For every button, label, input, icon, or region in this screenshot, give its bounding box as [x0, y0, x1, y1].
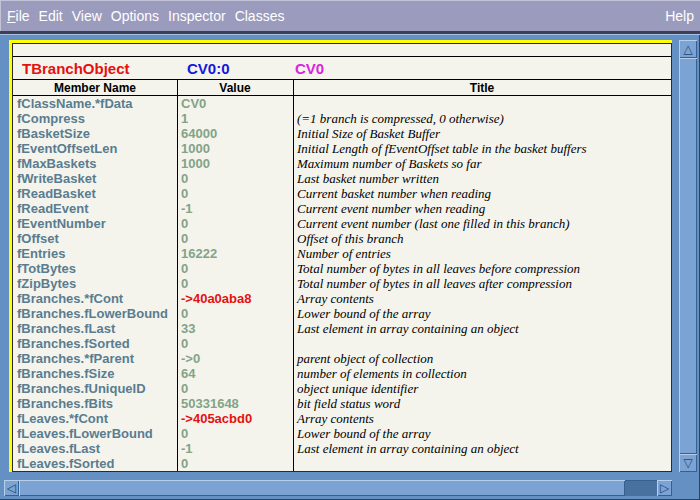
table-border	[13, 56, 671, 57]
table-row[interactable]: fBasketSize64000Initial Size of Basket B…	[13, 126, 671, 141]
title-cell: number of elements in collection	[297, 366, 467, 381]
vertical-scrollbar[interactable]: △ ▽	[679, 40, 697, 472]
title-cell: Initial Length of fEventOffset table in …	[297, 141, 587, 156]
table-row[interactable]: fReadBasket0Current basket number when r…	[13, 186, 671, 201]
menu-item-view[interactable]: View	[72, 8, 102, 24]
menubar: FileEditViewOptionsInspectorClasses Help	[0, 0, 700, 31]
member-name-cell: fEventOffsetLen	[17, 141, 117, 156]
table-row[interactable]: fMaxBaskets1000Maximum number of Baskets…	[13, 156, 671, 171]
title-cell: Last basket number written	[297, 171, 439, 186]
value-cell: 1	[181, 111, 188, 126]
table-row[interactable]: fBranches.fUniqueID0object unique identi…	[13, 381, 671, 396]
table-row[interactable]: fWriteBasket0Last basket number written	[13, 171, 671, 186]
table-row[interactable]: fBranches.*fParent->0parent object of co…	[13, 351, 671, 366]
value-cell: 64	[181, 366, 195, 381]
value-cell: 0	[181, 381, 188, 396]
scroll-down-button[interactable]: ▽	[679, 454, 697, 472]
column-header-value: Value	[177, 81, 293, 95]
object-header: TBranchObject CV0:0 CV0	[13, 58, 671, 79]
member-name-cell: fWriteBasket	[17, 171, 96, 186]
member-name-cell: fBranches.fBits	[17, 396, 113, 411]
member-name-cell: fReadBasket	[17, 186, 96, 201]
table-row[interactable]: fEntries16222Number of entries	[13, 246, 671, 261]
table-row[interactable]: fOffset0Offset of this branch	[13, 231, 671, 246]
value-cell: 1000	[181, 156, 210, 171]
member-name-cell: fLeaves.*fCont	[17, 411, 108, 426]
menu-item-edit[interactable]: Edit	[39, 8, 63, 24]
value-cell: 0	[181, 171, 188, 186]
vertical-scrollbar-thumb[interactable]	[679, 58, 697, 454]
table-row[interactable]: fLeaves.fLowerBound0Lower bound of the a…	[13, 426, 671, 441]
value-cell: 0	[181, 336, 188, 351]
class-name: TBranchObject	[22, 60, 130, 77]
title-cell: Initial Size of Basket Buffer	[297, 126, 440, 141]
value-cell: 0	[181, 276, 188, 291]
title-cell: Array contents	[297, 411, 374, 426]
member-name-cell: fOffset	[17, 231, 59, 246]
member-name-cell: fTotBytes	[17, 261, 76, 276]
member-name-cell: fLeaves.fSorted	[17, 456, 115, 471]
down-arrow-icon: ▽	[683, 457, 692, 469]
horizontal-scrollbar-thumb[interactable]	[19, 480, 625, 496]
scroll-left-button[interactable]: ◁	[4, 480, 19, 496]
table-row[interactable]: fZipBytes0Total number of bytes in all l…	[13, 276, 671, 291]
member-name-cell: fBranches.fUniqueID	[17, 381, 146, 396]
object-title: CV0	[295, 60, 324, 77]
value-cell: 64000	[181, 126, 217, 141]
member-name-cell: fLeaves.fLowerBound	[17, 426, 153, 441]
member-name-cell: fLeaves.fLast	[17, 441, 100, 456]
value-cell: 50331648	[181, 396, 239, 411]
table-row[interactable]: fLeaves.fLast-1Last element in array con…	[13, 441, 671, 456]
table-row[interactable]: fTotBytes0Total number of bytes in all l…	[13, 261, 671, 276]
title-cell: Maximum number of Baskets so far	[297, 156, 482, 171]
table-row[interactable]: fLeaves.fSorted0	[13, 456, 671, 471]
title-cell: Last element in array containing an obje…	[297, 441, 519, 456]
title-cell: Offset of this branch	[297, 231, 404, 246]
member-name-cell: fBranches.fLowerBound	[17, 306, 168, 321]
member-name-cell: fBranches.fSorted	[17, 336, 130, 351]
inspector-canvas: TBranchObject CV0:0 CV0 Member Name Valu…	[12, 43, 672, 472]
table-row[interactable]: fEventOffsetLen1000Initial Length of fEv…	[13, 141, 671, 156]
table-row[interactable]: fReadEvent-1Current event number when re…	[13, 201, 671, 216]
scroll-right-button[interactable]: ▷	[657, 480, 672, 496]
table-row[interactable]: fBranches.fLast33Last element in array c…	[13, 321, 671, 336]
table-row[interactable]: fBranches.fLowerBound0Lower bound of the…	[13, 306, 671, 321]
title-cell: object unique identifier	[297, 381, 418, 396]
up-arrow-icon: △	[683, 43, 692, 55]
inspector-window: FileEditViewOptionsInspectorClasses Help…	[0, 0, 700, 500]
menu-item-file[interactable]: File	[7, 8, 30, 24]
table-row[interactable]: fBranches.fSorted0	[13, 336, 671, 351]
value-cell: 16222	[181, 246, 217, 261]
horizontal-scrollbar[interactable]: ◁ ▷	[4, 480, 672, 496]
scroll-up-button[interactable]: △	[679, 40, 697, 58]
value-cell: 33	[181, 321, 195, 336]
member-name-cell: fEntries	[17, 246, 65, 261]
member-name-cell: fBranches.*fParent	[17, 351, 134, 366]
table-row[interactable]: fBranches.*fCont->40a0aba8Array contents	[13, 291, 671, 306]
table-row[interactable]: fCompress1(=1 branch is compressed, 0 ot…	[13, 111, 671, 126]
column-header-title: Title	[293, 81, 671, 95]
menu-item-classes[interactable]: Classes	[235, 8, 285, 24]
member-name-cell: fClassName.*fData	[17, 96, 133, 111]
menu-item-inspector[interactable]: Inspector	[168, 8, 226, 24]
title-cell: parent object of collection	[297, 351, 433, 366]
table-row[interactable]: fBranches.fBits50331648bit field status …	[13, 396, 671, 411]
member-name-cell: fCompress	[17, 111, 85, 126]
table-row[interactable]: fEventNumber0Current event number (last …	[13, 216, 671, 231]
title-cell: Array contents	[297, 291, 374, 306]
table-row[interactable]: fClassName.*fDataCV0	[13, 96, 671, 111]
member-name-cell: fBasketSize	[17, 126, 90, 141]
title-cell: Last element in array containing an obje…	[297, 321, 519, 336]
column-header-member-name: Member Name	[13, 81, 177, 95]
title-cell: Number of entries	[297, 246, 391, 261]
title-cell: Lower bound of the array	[297, 426, 431, 441]
member-name-cell: fZipBytes	[17, 276, 76, 291]
right-arrow-icon: ▷	[660, 482, 669, 494]
title-cell: Current event number (last one filled in…	[297, 216, 569, 231]
table-row[interactable]: fLeaves.*fCont->405acbd0Array contents	[13, 411, 671, 426]
frame-bevel	[0, 34, 700, 35]
menu-item-help[interactable]: Help	[665, 0, 694, 31]
menu-item-options[interactable]: Options	[111, 8, 159, 24]
table-row[interactable]: fBranches.fSize64number of elements in c…	[13, 366, 671, 381]
value-cell: 0	[181, 306, 188, 321]
